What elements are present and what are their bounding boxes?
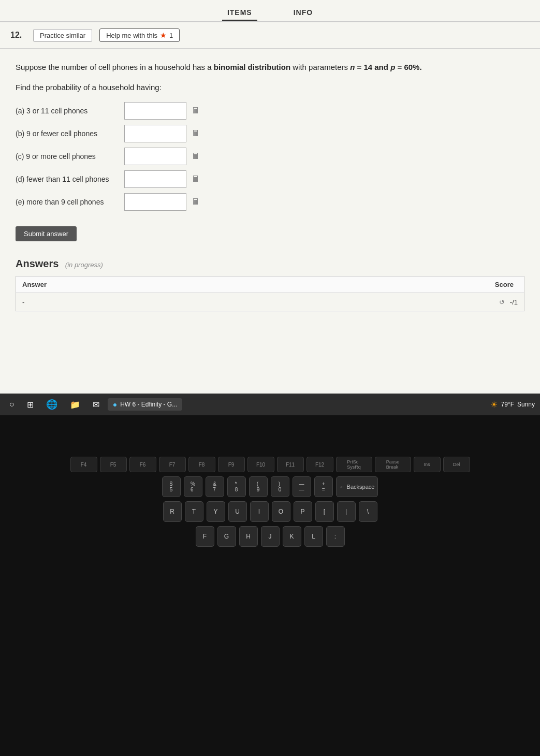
find-statement: Find the probability of a household havi… xyxy=(16,83,524,92)
problem-bold: binomial distribution xyxy=(214,63,290,71)
f12-key[interactable]: F12 xyxy=(307,457,333,472)
folder-button[interactable]: 📁 xyxy=(66,398,84,412)
help-btn-label: Help me with this xyxy=(106,32,157,39)
problem-text-1: Suppose the number of cell phones in a h… xyxy=(16,63,214,71)
y-key[interactable]: Y xyxy=(207,501,225,522)
backspace-key[interactable]: ← Backspace xyxy=(336,476,378,497)
score-cell: ↺ -/1 xyxy=(275,293,524,312)
ampersand-key[interactable]: &7 xyxy=(206,476,224,497)
o-key[interactable]: O xyxy=(272,501,290,522)
sun-icon: ☀ xyxy=(490,400,498,410)
star-icon: ★ xyxy=(160,31,167,39)
semicolon-key[interactable]: : xyxy=(326,526,345,547)
taskbar: ○ ⊞ 🌐 📁 ✉ ● HW 6 - Edfinity - G... ☀ 79°… xyxy=(0,394,540,415)
dash-key[interactable]: —— xyxy=(293,476,311,497)
part-d-input[interactable] xyxy=(124,170,186,188)
f6-key[interactable]: F6 xyxy=(129,457,156,472)
i-key[interactable]: I xyxy=(250,501,269,522)
answers-subtitle: (in progress) xyxy=(65,261,103,269)
tab-items[interactable]: ITEMS xyxy=(222,5,257,21)
asterisk-key[interactable]: *8 xyxy=(227,476,246,497)
question-number: 12. xyxy=(10,31,26,40)
pipe-key[interactable]: | xyxy=(337,501,356,522)
part-a-label: (a) 3 or 11 cell phones xyxy=(16,107,119,115)
table-row: - ↺ -/1 xyxy=(16,293,524,312)
taskbar-app-edfinity[interactable]: ● HW 6 - Edfinity - G... xyxy=(108,398,182,411)
f7-key[interactable]: F7 xyxy=(159,457,186,472)
number-row: $5 %6 &7 *8 (9 )0 —— += ← Backspace xyxy=(162,476,378,497)
tab-info[interactable]: INFO xyxy=(288,5,318,21)
l-key[interactable]: L xyxy=(304,526,323,547)
u-key[interactable]: U xyxy=(228,501,247,522)
calculator-icon-e[interactable]: 🖩 xyxy=(192,197,200,207)
g-key[interactable]: G xyxy=(217,526,236,547)
part-a-input[interactable] xyxy=(124,102,186,120)
temperature-label: 79°F xyxy=(501,401,514,408)
lparen-key[interactable]: (9 xyxy=(249,476,268,497)
input-row-e: (e) more than 9 cell phones 🖩 xyxy=(16,193,524,211)
dark-spacer xyxy=(0,415,540,446)
help-me-button[interactable]: Help me with this ★ 1 xyxy=(99,28,180,42)
dollar-key[interactable]: $5 xyxy=(162,476,181,497)
input-row-a: (a) 3 or 11 cell phones 🖩 xyxy=(16,102,524,120)
recycle-icon: ↺ xyxy=(499,298,505,306)
f-key[interactable]: F xyxy=(196,526,214,547)
f5-key[interactable]: F5 xyxy=(100,457,127,472)
k-key[interactable]: K xyxy=(283,526,301,547)
rparen-key[interactable]: )0 xyxy=(271,476,289,497)
pause-key[interactable]: PauseBreak xyxy=(375,457,411,472)
calculator-icon-d[interactable]: 🖩 xyxy=(192,175,200,184)
del-key[interactable]: Del xyxy=(443,457,470,472)
r-key[interactable]: R xyxy=(163,501,182,522)
fn-key-row: F4 F5 F6 F7 F8 F9 F10 F11 F12 PrtScSysRq… xyxy=(70,457,470,472)
answers-title: Answers xyxy=(16,258,59,269)
prtsc-key[interactable]: PrtScSysRq xyxy=(336,457,372,472)
backslash-key[interactable]: \ xyxy=(359,501,377,522)
p-key[interactable]: P xyxy=(294,501,312,522)
edge-button[interactable]: 🌐 xyxy=(42,397,62,412)
weather-label: Sunny xyxy=(517,401,535,408)
t-key[interactable]: T xyxy=(185,501,203,522)
question-content: Suppose the number of cell phones in a h… xyxy=(0,49,540,324)
equals-key[interactable]: += xyxy=(314,476,333,497)
part-e-input[interactable] xyxy=(124,193,186,211)
taskbar-weather: ☀ 79°F Sunny xyxy=(490,400,535,410)
keyboard-area: F4 F5 F6 F7 F8 F9 F10 F11 F12 PrtScSysRq… xyxy=(0,446,540,756)
h-key[interactable]: H xyxy=(239,526,258,547)
problem-params: n = 14 and p = 60%. xyxy=(350,63,421,71)
part-d-label: (d) fewer than 11 cell phones xyxy=(16,175,119,183)
f8-key[interactable]: F8 xyxy=(188,457,215,472)
search-button[interactable]: ○ xyxy=(5,398,19,411)
edfinity-icon: ● xyxy=(113,400,117,409)
score-value: -/1 xyxy=(510,298,518,306)
part-c-label: (c) 9 or more cell phones xyxy=(16,152,119,161)
f4-key[interactable]: F4 xyxy=(70,457,97,472)
task-view-button[interactable]: ⊞ xyxy=(23,398,38,412)
mail-button[interactable]: ✉ xyxy=(89,398,104,412)
help-star-count: 1 xyxy=(169,32,173,39)
f9-key[interactable]: F9 xyxy=(218,457,245,472)
part-b-input[interactable] xyxy=(124,125,186,142)
percent-key[interactable]: %6 xyxy=(184,476,202,497)
part-c-input[interactable] xyxy=(124,148,186,165)
calculator-icon-c[interactable]: 🖩 xyxy=(192,152,200,161)
part-b-label: (b) 9 or fewer cell phones xyxy=(16,129,119,138)
f11-key[interactable]: F11 xyxy=(277,457,304,472)
tabs-bar: ITEMS INFO xyxy=(0,0,540,22)
answers-section: Answers (in progress) Answer Score - ↺ -… xyxy=(16,258,524,312)
lbracket-key[interactable]: [ xyxy=(315,501,334,522)
j-key[interactable]: J xyxy=(261,526,280,547)
practice-similar-button[interactable]: Practice similar xyxy=(33,29,92,42)
browser-content: ITEMS INFO 12. Practice similar Help me … xyxy=(0,0,540,394)
answer-cell: - xyxy=(16,293,275,312)
part-e-label: (e) more than 9 cell phones xyxy=(16,198,119,206)
qwerty-row: R T Y U I O P [ | \ xyxy=(163,501,377,522)
submit-answer-button[interactable]: Submit answer xyxy=(16,226,77,241)
f10-key[interactable]: F10 xyxy=(247,457,274,472)
calculator-icon-a[interactable]: 🖩 xyxy=(192,106,200,115)
home-row: F G H J K L : xyxy=(196,526,345,547)
input-row-c: (c) 9 or more cell phones 🖩 xyxy=(16,148,524,165)
calculator-icon-b[interactable]: 🖩 xyxy=(192,129,200,138)
answers-table: Answer Score - ↺ -/1 xyxy=(16,276,524,312)
ins-key[interactable]: Ins xyxy=(414,457,441,472)
